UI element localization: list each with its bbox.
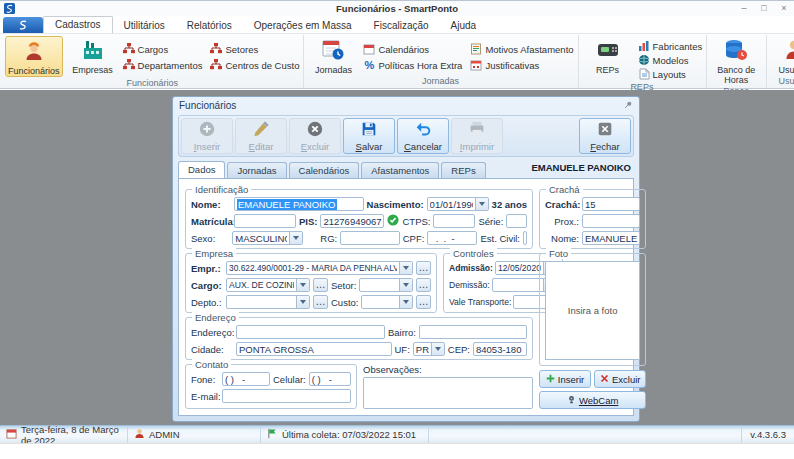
globe-icon [638,54,650,66]
ribbon-funcionarios-button[interactable]: Funcionários [5,36,63,77]
ribbon-group-usuarios: Usuários Usuários [767,35,794,88]
email-input[interactable] [222,389,351,403]
serie-input[interactable] [506,214,527,228]
ribbon-motivos-afastamento-button[interactable]: Motivos Afastamento [470,41,573,57]
cargo-select[interactable]: AUX. DE COZINHA [226,278,310,292]
uf-label: UF: [395,344,410,355]
tab-ajuda[interactable]: Ajuda [440,18,488,33]
pin-icon[interactable] [623,100,633,112]
depto-browse-button[interactable]: … [313,295,328,309]
ribbon-layouts-button[interactable]: Layouts [638,67,703,81]
group-cracha: Crachá Crachá: 15 Prox.: Nome: EMANUELE [539,189,646,249]
ribbon-departamentos-button[interactable]: Departamentos [123,57,203,73]
ribbon-setores-button[interactable]: Setores [210,41,299,57]
group-identificacao: Identificação Nome: EMANUELE PANOIKO Nas… [185,189,533,249]
cancelar-button[interactable]: Cancelar [397,118,449,154]
cidade-input[interactable]: PONTA GROSSA [236,342,392,356]
tab-calendarios[interactable]: Calendários [289,162,360,178]
est-civil-select[interactable] [523,231,527,245]
fone-label: Fone: [191,374,219,385]
ribbon-centros-de-custo-button[interactable]: Centros de Custo [210,57,299,73]
bairro-input[interactable] [419,325,527,339]
statusbar-user: ADMIN [128,426,261,443]
rg-input[interactable] [340,231,400,245]
ctps-label: CTPS: [402,216,430,227]
pis-input[interactable]: 21276949067 [320,214,384,228]
ribbon-jornadas-button[interactable]: Jornadas [307,36,359,75]
webcam-button[interactable]: WebCam [539,391,646,409]
fechar-button[interactable]: Fechar [579,118,631,154]
application-menu-button[interactable] [3,17,43,33]
tab-jornadas[interactable]: Jornadas [227,162,286,178]
ribbon-reps-button[interactable]: REPs [582,36,634,81]
pencil-icon [252,120,270,140]
cpf-input[interactable]: . . - [427,231,477,245]
celular-input[interactable]: ( ) - [309,372,351,386]
editar-button[interactable]: Editar [235,118,287,154]
smartponto-window: Funcionários - SmartPonto – □ × Cadastro… [0,0,794,459]
ribbon-cargos-button[interactable]: Cargos [123,41,203,57]
minimize-button[interactable]: – [734,1,754,16]
sexo-select[interactable]: MASCULINO [232,231,303,245]
employee-icon [22,39,46,65]
maximize-button[interactable]: □ [754,1,774,16]
ribbon-empresas-button[interactable]: Empresas [67,36,119,77]
foto-inserir-button[interactable]: Inserir [539,370,591,388]
inserir-button[interactable]: Inserir [181,118,233,154]
tab-afastamentos[interactable]: Afastamentos [361,162,439,178]
group-caption-funcionarios: Funcionários [5,77,299,90]
custo-browse-button[interactable]: … [416,295,431,309]
cracha-input[interactable]: 15 [582,197,640,211]
tab-operacoes-em-massa[interactable]: Operações em Massa [243,18,363,33]
ribbon-usuarios-button[interactable]: Usuários [770,36,794,75]
ribbon-fabricantes-button[interactable]: Fabricantes [638,39,703,53]
group-caption-usuarios: Usuários [770,75,794,88]
uf-select[interactable]: PR [413,342,445,356]
tab-dados[interactable]: Dados [178,161,225,178]
cargo-browse-button[interactable]: … [313,278,328,292]
observacoes-block: Observações: [363,364,533,409]
tab-cadastros[interactable]: Cadastros [43,16,113,33]
ribbon-tab-row: Cadastros Utilitários Relatórios Operaçõ… [0,16,794,33]
close-button[interactable]: × [774,1,794,16]
ctps-input[interactable] [433,214,475,228]
cep-input[interactable]: 84053-180 [473,342,527,356]
tab-relatorios[interactable]: Relatórios [176,18,243,33]
window-title: Funcionários - SmartPonto [0,3,794,14]
imprimir-button[interactable]: Imprimir [451,118,503,154]
nascimento-datepicker[interactable]: 01/01/1990 [427,197,489,211]
photo-placeholder: Insira a foto [545,261,640,360]
salvar-button[interactable]: Salvar [343,118,395,154]
prox-input[interactable] [582,214,640,228]
calendar-clock-icon [321,38,345,64]
empr-browse-button[interactable]: … [416,261,431,275]
nome-input[interactable]: EMANUELE PANOIKO [234,197,364,211]
x-icon [600,374,609,385]
tab-utilitarios[interactable]: Utilitários [113,18,176,33]
calendar-marks-icon [470,59,482,71]
matricula-input[interactable] [234,214,296,228]
cracha-nome-input[interactable]: EMANUELE [582,231,640,245]
custo-select[interactable] [361,295,413,309]
tab-fiscalizacao[interactable]: Fiscalização [363,18,440,33]
est-civil-label: Est. Civil: [480,233,520,244]
empr-select[interactable]: 30.622.490/0001-29 - MARIA DA PENHA ALVE… [226,261,413,275]
statusbar-last-collection: Última coleta: 07/03/2022 15:01 [261,426,429,443]
foto-excluir-button[interactable]: Excluir [594,370,646,388]
ribbon-modelos-button[interactable]: Modelos [638,53,703,67]
ribbon-justificativas-button[interactable]: Justificativas [470,57,573,73]
email-label: E-mail: [191,391,219,402]
setor-browse-button[interactable]: … [416,278,431,292]
group-foto: Foto Insira a foto [539,253,646,366]
ribbon-calendarios-button[interactable]: Calendários [363,41,462,57]
excluir-button[interactable]: Excluir [289,118,341,154]
ribbon-banco-de-horas-button[interactable]: Banco de Horas [710,36,762,85]
observacoes-textarea[interactable] [363,377,533,409]
endereco-input[interactable] [236,325,385,339]
setor-select[interactable] [359,278,413,292]
fone-input[interactable]: ( ) - [222,372,270,386]
bairro-label: Bairro: [388,327,416,338]
ribbon-politicas-hora-extra-button[interactable]: %Políticas Hora Extra [363,57,462,73]
depto-select[interactable] [226,295,310,309]
tab-reps[interactable]: REPs [441,162,485,178]
